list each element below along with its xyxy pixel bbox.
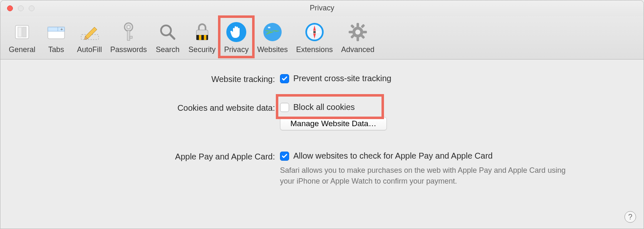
- svg-marker-8: [85, 27, 97, 39]
- apple-pay-row: Apple Pay and Apple Card: Allow websites…: [9, 151, 635, 187]
- svg-rect-32: [349, 31, 353, 33]
- toolbar-item-websites[interactable]: Websites: [253, 19, 292, 56]
- toolbar-item-passwords[interactable]: Passwords: [106, 19, 151, 56]
- checkbox-label: Allow websites to check for Apple Pay an…: [293, 151, 493, 161]
- toolbar-item-label: Websites: [257, 45, 288, 54]
- svg-rect-1: [18, 27, 22, 37]
- cookies-label: Cookies and website data:: [9, 102, 275, 113]
- website-tracking-label: Website tracking:: [9, 74, 275, 84]
- cookies-row: Cookies and website data: Block all cook…: [9, 102, 635, 130]
- preferences-toolbar: General + Tabs AutoFill: [0, 16, 644, 60]
- website-tracking-row: Website tracking: Prevent cross-site tra…: [9, 74, 635, 84]
- svg-rect-31: [357, 37, 359, 41]
- gear-icon: [345, 20, 370, 45]
- block-all-cookies-checkbox[interactable]: Block all cookies: [280, 102, 355, 112]
- svg-point-11: [127, 25, 130, 29]
- svg-rect-36: [361, 24, 365, 28]
- toolbar-item-autofill[interactable]: AutoFill: [73, 19, 106, 56]
- hand-stop-icon: [224, 20, 249, 45]
- svg-rect-30: [357, 23, 359, 27]
- svg-rect-34: [350, 24, 355, 29]
- checkbox-icon: [280, 103, 289, 112]
- apple-pay-description: Safari allows you to make purchases on t…: [280, 165, 571, 187]
- toolbar-item-label: Security: [188, 45, 215, 54]
- checkbox-label: Prevent cross-site tracking: [293, 74, 391, 83]
- svg-rect-0: [15, 25, 29, 39]
- window-title: Privacy: [0, 4, 644, 12]
- toolbar-item-tabs[interactable]: + Tabs: [40, 19, 73, 56]
- checkbox-icon: [280, 152, 289, 161]
- toolbar-item-label: Privacy: [224, 45, 249, 54]
- compass-icon: [302, 20, 327, 45]
- toolbar-item-label: Advanced: [341, 45, 374, 54]
- svg-point-28: [313, 31, 316, 33]
- switch-icon: [10, 20, 35, 45]
- prevent-cross-site-tracking-checkbox[interactable]: Prevent cross-site tracking: [280, 74, 391, 83]
- svg-rect-12: [127, 30, 130, 40]
- svg-text:+: +: [60, 27, 63, 32]
- toolbar-item-search[interactable]: Search: [151, 19, 184, 56]
- apple-pay-label: Apple Pay and Apple Card:: [9, 151, 275, 162]
- toolbar-item-label: Extensions: [296, 45, 333, 54]
- toolbar-item-label: Passwords: [110, 45, 147, 54]
- checkbox-icon: [280, 74, 289, 83]
- magnifier-icon: [155, 20, 180, 45]
- toolbar-item-general[interactable]: General: [5, 19, 40, 56]
- toolbar-item-extensions[interactable]: Extensions: [292, 19, 337, 56]
- svg-rect-19: [201, 35, 204, 40]
- checkbox-label: Block all cookies: [293, 102, 355, 112]
- lock-barrier-icon: [190, 20, 215, 45]
- toolbar-item-label: Search: [156, 45, 180, 54]
- toolbar-item-advanced[interactable]: Advanced: [337, 19, 379, 56]
- tabs-icon: +: [44, 20, 69, 45]
- toolbar-item-privacy[interactable]: Privacy: [220, 19, 253, 56]
- pencil-form-icon: [77, 20, 102, 45]
- privacy-pane: Website tracking: Prevent cross-site tra…: [0, 60, 644, 199]
- key-icon: [116, 20, 141, 45]
- help-button[interactable]: ?: [624, 211, 636, 223]
- svg-point-38: [355, 30, 360, 35]
- svg-rect-13: [130, 36, 132, 38]
- titlebar: Privacy: [0, 0, 644, 16]
- manage-website-data-button[interactable]: Manage Website Data…: [280, 117, 387, 130]
- allow-apple-pay-check-checkbox[interactable]: Allow websites to check for Apple Pay an…: [280, 151, 493, 161]
- svg-rect-33: [363, 31, 367, 33]
- toolbar-item-label: General: [9, 45, 35, 54]
- toolbar-item-label: AutoFill: [77, 45, 102, 54]
- svg-point-23: [268, 27, 270, 28]
- toolbar-item-security[interactable]: Security: [184, 19, 220, 56]
- globe-icon: [260, 20, 285, 45]
- svg-rect-2: [22, 27, 26, 37]
- toolbar-item-label: Tabs: [48, 45, 64, 54]
- preferences-window: Privacy General + Tabs: [0, 0, 644, 229]
- svg-rect-20: [206, 35, 208, 40]
- svg-line-15: [170, 34, 174, 39]
- svg-rect-18: [196, 35, 199, 40]
